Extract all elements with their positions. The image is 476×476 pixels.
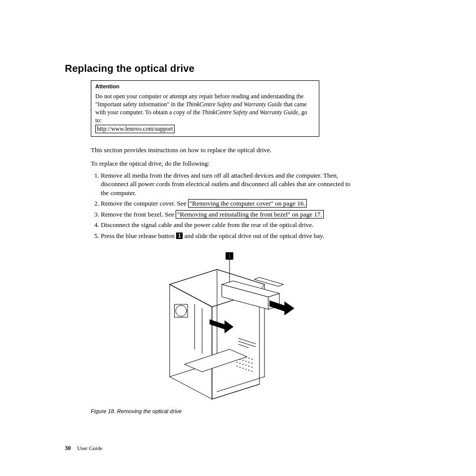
- svg-point-20: [176, 305, 187, 316]
- svg-line-9: [217, 377, 264, 392]
- callout-1-inline: 1: [176, 233, 183, 239]
- svg-point-39: [237, 366, 238, 367]
- svg-rect-19: [175, 304, 188, 317]
- intro-paragraph: This section provides instructions on ho…: [91, 146, 358, 155]
- svg-point-43: [248, 370, 249, 371]
- attention-link[interactable]: http://www.lenovo.com/support: [95, 125, 175, 133]
- svg-point-41: [242, 368, 243, 369]
- svg-point-30: [245, 361, 246, 362]
- figure-18: 1: [91, 249, 358, 414]
- step-3-text: Remove the front bezel. See: [101, 211, 176, 218]
- section-heading: Replacing the optical drive: [65, 63, 414, 74]
- svg-line-48: [212, 384, 259, 399]
- svg-marker-49: [185, 349, 247, 372]
- step-2-text: Remove the computer cover. See: [101, 200, 188, 207]
- svg-point-37: [248, 366, 249, 367]
- doc-title-footer: User Guide: [77, 445, 102, 451]
- step-3: Remove the front bezel. See "Removing an…: [101, 210, 358, 219]
- lead-paragraph: To replace the optical drive, do the fol…: [91, 159, 358, 168]
- svg-point-26: [251, 359, 252, 360]
- figure-illustration: 1: [135, 249, 314, 404]
- figure-callout-label: 1: [228, 253, 231, 259]
- attention-guide-name-1: ThinkCentre Safety and Warranty Guide: [186, 101, 282, 108]
- svg-point-33: [237, 362, 238, 363]
- svg-point-35: [242, 364, 243, 365]
- svg-point-34: [239, 363, 240, 364]
- steps-list: Remove all media from the drives and tur…: [91, 171, 358, 240]
- svg-line-47: [238, 344, 248, 348]
- svg-marker-14: [254, 277, 283, 286]
- step-4: Disconnect the signal cable and the powe…: [101, 221, 358, 230]
- svg-point-25: [248, 358, 249, 359]
- svg-point-44: [251, 371, 252, 372]
- svg-point-38: [251, 367, 252, 368]
- attention-box: Attention Do not open your computer or a…: [91, 80, 319, 137]
- svg-line-45: [238, 338, 255, 344]
- page-content: Replacing the optical drive Attention Do…: [65, 63, 414, 417]
- attention-guide-name-2: ThinkCentre Safety and Warranty Guide: [202, 109, 298, 116]
- svg-line-46: [238, 341, 255, 347]
- figure-caption: Figure 18. Removing the optical drive: [91, 408, 358, 414]
- step-2: Remove the computer cover. See "Removing…: [101, 199, 358, 208]
- attention-body: Do not open your computer or attempt any…: [95, 92, 315, 133]
- page-number: 30: [65, 445, 71, 452]
- xref-front-bezel[interactable]: "Removing and reinstalling the front bez…: [176, 210, 323, 219]
- step-1: Remove all media from the drives and tur…: [101, 171, 358, 198]
- step-5-text-b: and slide the optical drive out of the o…: [183, 232, 324, 239]
- svg-point-40: [239, 367, 240, 368]
- svg-point-32: [251, 363, 252, 364]
- attention-title: Attention: [95, 83, 315, 90]
- svg-point-31: [248, 362, 249, 363]
- body-content: This section provides instructions on ho…: [91, 146, 358, 240]
- xref-remove-cover[interactable]: "Removing the computer cover" on page 16…: [188, 199, 307, 208]
- page-footer: 30 User Guide: [65, 445, 102, 452]
- step-5-text-a: Press the blue release button: [101, 232, 176, 239]
- svg-point-36: [245, 365, 246, 366]
- svg-point-42: [245, 369, 246, 370]
- svg-marker-2: [170, 284, 212, 399]
- svg-marker-16: [210, 319, 234, 333]
- svg-point-29: [242, 360, 243, 361]
- step-5: Press the blue release button 1 and slid…: [101, 232, 358, 240]
